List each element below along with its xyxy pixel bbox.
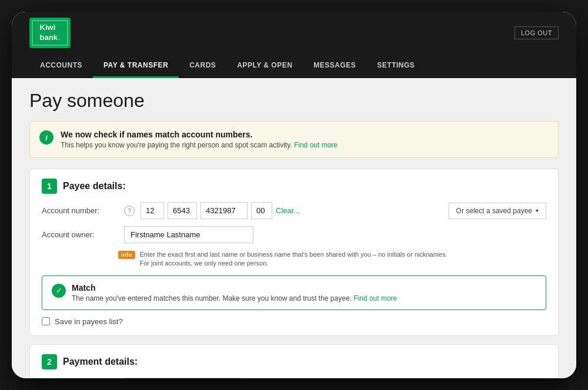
main-content: Pay someone i We now check if names matc… bbox=[12, 78, 576, 378]
account-owner-label: Account owner: bbox=[42, 230, 118, 239]
payment-section: 2 Payment details: Pay from account: Ple… bbox=[29, 344, 559, 378]
payee-section-title: Payee details: bbox=[63, 181, 126, 191]
info-banner-heading: We now check if names match account numb… bbox=[61, 130, 338, 139]
bank-field[interactable] bbox=[141, 202, 164, 219]
nav-settings[interactable]: SETTINGS bbox=[366, 54, 425, 78]
pay-from-select[interactable]: Please choose Everyday Account Savings A… bbox=[124, 378, 242, 378]
payment-section-header: 2 Payment details: bbox=[42, 354, 546, 369]
payee-section: 1 Payee details: Account number: ? Clear… bbox=[29, 169, 559, 336]
step-2-badge: 2 bbox=[42, 354, 57, 369]
match-box: ✓ Match The name you've entered matches … bbox=[42, 275, 546, 310]
account-fields: Clear... bbox=[141, 202, 443, 219]
clear-link[interactable]: Clear... bbox=[276, 206, 300, 215]
save-payee-checkbox[interactable] bbox=[42, 317, 50, 325]
nav-pay-transfer[interactable]: PAY & TRANSFER bbox=[93, 54, 179, 78]
account-number-row: Account number: ? Clear... Or select a s… bbox=[42, 202, 546, 219]
match-body: The name you've entered matches this num… bbox=[72, 294, 397, 302]
saved-payee-button[interactable]: Or select a saved payee ▾ bbox=[449, 203, 546, 219]
help-icon[interactable]: ? bbox=[124, 206, 135, 216]
info-banner-body: This helps you know you're paying the ri… bbox=[61, 141, 338, 149]
payment-section-title: Payment details: bbox=[63, 357, 138, 367]
match-icon: ✓ bbox=[52, 284, 66, 298]
nav-accounts[interactable]: ACCOUNTS bbox=[29, 54, 93, 78]
account-owner-row: Account owner: bbox=[42, 226, 546, 243]
account-owner-input[interactable] bbox=[124, 226, 253, 243]
account-number-label: Account number: bbox=[42, 206, 118, 215]
logout-button[interactable]: LOG OUT bbox=[514, 26, 559, 39]
match-link[interactable]: Find out more bbox=[353, 294, 397, 302]
account-field[interactable] bbox=[201, 202, 248, 219]
info-badge: info bbox=[118, 251, 135, 259]
info-banner-link[interactable]: Find out more bbox=[294, 141, 338, 149]
nav-apply-open[interactable]: APPLY & OPEN bbox=[226, 54, 303, 78]
nav: ACCOUNTS PAY & TRANSFER CARDS APPLY & OP… bbox=[12, 54, 576, 78]
match-text: Match The name you've entered matches th… bbox=[72, 283, 397, 302]
logo-area: Kiwibank. bbox=[29, 12, 71, 54]
step-1-badge: 1 bbox=[42, 179, 57, 194]
save-payee-label: Save in payees list? bbox=[55, 317, 123, 326]
match-title: Match bbox=[72, 283, 397, 292]
save-payee-row: Save in payees list? bbox=[42, 317, 546, 326]
info-hint-row: info Enter the exact first and last name… bbox=[118, 250, 546, 268]
nav-cards[interactable]: CARDS bbox=[179, 54, 226, 78]
payee-section-header: 1 Payee details: bbox=[42, 179, 546, 194]
tablet-inner: Kiwibank. LOG OUT ACCOUNTS PAY & TRANSFE… bbox=[12, 12, 576, 378]
pay-from-select-wrapper: Please choose Everyday Account Savings A… bbox=[124, 378, 242, 378]
info-hint-text: Enter the exact first and last name or b… bbox=[140, 250, 447, 268]
tablet-frame: Kiwibank. LOG OUT ACCOUNTS PAY & TRANSFE… bbox=[12, 12, 576, 378]
page-title: Pay someone bbox=[29, 90, 559, 112]
branch-field[interactable] bbox=[168, 202, 197, 219]
info-banner-icon: i bbox=[39, 130, 54, 144]
chevron-down-icon: ▾ bbox=[536, 207, 539, 214]
kiwibank-logo[interactable]: Kiwibank. bbox=[29, 18, 71, 48]
header: Kiwibank. LOG OUT bbox=[12, 12, 576, 54]
info-banner-text: We now check if names match account numb… bbox=[61, 130, 338, 149]
nav-messages[interactable]: MESSAGES bbox=[303, 54, 366, 78]
pay-from-row: Pay from account: Please choose Everyday… bbox=[42, 378, 546, 378]
suffix-field[interactable] bbox=[251, 202, 272, 219]
info-banner: i We now check if names match account nu… bbox=[29, 121, 559, 158]
